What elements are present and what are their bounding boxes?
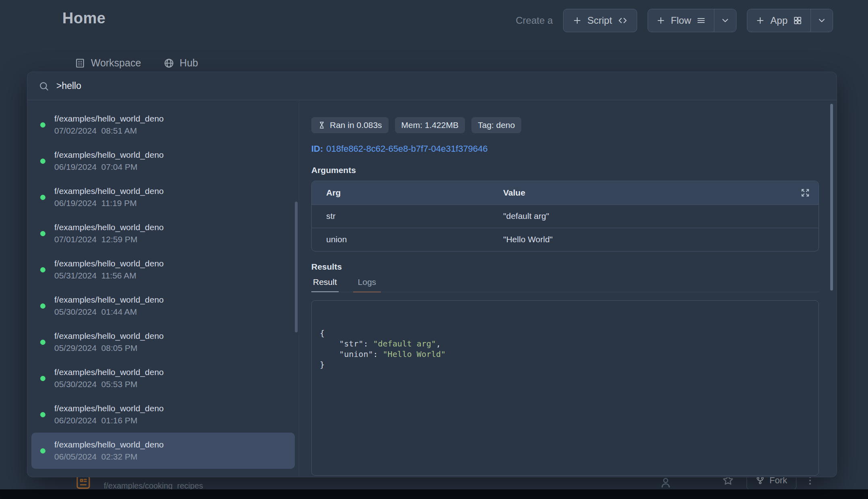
column-header-arg: Arg xyxy=(312,181,489,204)
arg-cell: union xyxy=(312,228,489,251)
list-item[interactable]: f/examples/hello_world_deno 07/02/2024 0… xyxy=(31,107,295,143)
list-item[interactable]: f/examples/hello_world_deno 06/19/2024 0… xyxy=(31,143,295,179)
run-id-line: ID:018fe862-8c62-65e8-b7f7-04e31f379646 xyxy=(311,144,819,154)
status-badge: Tag: deno xyxy=(471,117,521,133)
run-id-label: ID: xyxy=(311,144,323,154)
run-path: f/examples/hello_world_deno xyxy=(54,149,164,161)
list-item[interactable]: f/examples/hello_world_deno 06/20/2024 0… xyxy=(31,396,295,433)
run-datetime: 05/30/2024 01:44 AM xyxy=(54,306,164,318)
command-palette-modal: f/examples/hello_world_deno 07/03/2024 0… xyxy=(27,72,837,477)
hourglass-icon xyxy=(318,121,326,129)
run-path: f/examples/hello_world_deno xyxy=(54,402,164,414)
result-json: { "str": "default arg", "union": "Hello … xyxy=(320,328,810,370)
status-badge: Mem: 1.422MB xyxy=(395,117,465,133)
run-datetime: 07/02/2024 08:51 AM xyxy=(54,125,164,137)
run-path: f/examples/hello_world_deno xyxy=(54,330,164,342)
expand-icon xyxy=(801,188,810,197)
tab-result[interactable]: Result xyxy=(311,276,339,292)
expand-table-button[interactable] xyxy=(801,188,810,197)
success-dot-icon xyxy=(40,267,45,272)
column-header-value: Value xyxy=(489,181,786,204)
run-path: f/examples/hello_world_deno xyxy=(54,439,164,451)
success-dot-icon xyxy=(40,159,45,164)
success-dot-icon xyxy=(40,340,45,345)
run-stats-badges: Ran in 0.083s Mem: 1.422MB Tag: deno xyxy=(311,117,819,133)
results-heading: Results xyxy=(311,262,819,272)
list-item[interactable]: f/examples/hello_world_deno 05/29/2024 0… xyxy=(31,324,295,360)
run-datetime: 06/19/2024 11:19 PM xyxy=(54,197,164,209)
list-item[interactable]: f/examples/hello_world_deno 06/05/2024 0… xyxy=(31,433,295,469)
runs-list-panel: f/examples/hello_world_deno 07/03/2024 0… xyxy=(27,100,299,477)
tab-logs[interactable]: Logs xyxy=(356,276,378,292)
badge-label: Ran in 0.083s xyxy=(330,120,382,130)
run-datetime: 05/29/2024 08:05 PM xyxy=(54,342,164,354)
run-path: f/examples/hello_world_deno xyxy=(54,294,164,306)
list-item[interactable]: f/examples/hello_world_deno 05/30/2024 0… xyxy=(31,288,295,324)
list-item[interactable]: f/examples/hello_world_deno 07/03/2024 0… xyxy=(31,100,295,107)
result-code-block: { "str": "default arg", "union": "Hello … xyxy=(311,300,819,476)
list-item[interactable]: f/examples/hello_world_deno 06/19/2024 1… xyxy=(31,179,295,215)
success-dot-icon xyxy=(40,376,45,381)
value-cell: "Hello World" xyxy=(489,228,819,251)
list-item[interactable]: f/examples/hello_world_deno 05/31/2024 1… xyxy=(31,252,295,288)
table-row: str "default arg" xyxy=(312,204,819,228)
table-row: union "Hello World" xyxy=(312,228,819,251)
run-path: f/examples/hello_world_deno xyxy=(54,366,164,378)
arguments-table: Arg Value str "default arg" union "Hello… xyxy=(311,181,819,252)
run-datetime: 07/03/2024 06:37 PM xyxy=(54,100,164,101)
search-bar xyxy=(27,72,837,100)
arg-cell: str xyxy=(312,204,489,228)
success-dot-icon xyxy=(40,195,45,200)
list-item[interactable]: f/examples/hello_world_deno 07/01/2024 1… xyxy=(31,215,295,252)
badge-label: Tag: deno xyxy=(478,120,515,130)
run-datetime: 05/30/2024 05:53 PM xyxy=(54,378,164,390)
run-datetime: 07/01/2024 12:59 PM xyxy=(54,233,164,245)
success-dot-icon xyxy=(40,412,45,417)
success-dot-icon xyxy=(40,303,45,309)
run-path: f/examples/hello_world_deno xyxy=(54,258,164,270)
success-dot-icon xyxy=(40,448,45,454)
success-dot-icon xyxy=(40,122,45,128)
run-id-value[interactable]: 018fe862-8c62-65e8-b7f7-04e31f379646 xyxy=(326,144,487,154)
arguments-heading: Arguments xyxy=(311,165,819,175)
run-datetime: 06/19/2024 07:04 PM xyxy=(54,161,164,173)
run-details-panel: Ran in 0.083s Mem: 1.422MB Tag: deno ID:… xyxy=(299,100,837,477)
run-datetime: 05/31/2024 11:56 AM xyxy=(54,270,164,282)
badge-label: Mem: 1.422MB xyxy=(401,120,459,130)
list-scrollbar-thumb[interactable] xyxy=(295,202,298,332)
search-input[interactable] xyxy=(56,80,825,91)
search-icon xyxy=(39,81,49,91)
value-cell: "default arg" xyxy=(489,204,819,228)
modal-scrollbar-thumb[interactable] xyxy=(830,104,833,291)
runs-list: f/examples/hello_world_deno 07/03/2024 0… xyxy=(27,100,299,469)
table-header-row: Arg Value xyxy=(312,181,819,204)
modal-body: f/examples/hello_world_deno 07/03/2024 0… xyxy=(27,100,837,477)
run-datetime: 06/05/2024 02:32 PM xyxy=(54,451,164,463)
run-datetime: 06/20/2024 01:16 PM xyxy=(54,414,164,427)
run-path: f/examples/hello_world_deno xyxy=(54,185,164,197)
run-path: f/examples/hello_world_deno xyxy=(54,113,164,125)
list-item[interactable]: f/examples/hello_world_deno 05/30/2024 0… xyxy=(31,360,295,396)
run-path: f/examples/hello_world_deno xyxy=(54,221,164,233)
success-dot-icon xyxy=(40,231,45,236)
results-tabs: ResultLogs xyxy=(311,276,819,292)
status-badge: Ran in 0.083s xyxy=(311,117,389,133)
